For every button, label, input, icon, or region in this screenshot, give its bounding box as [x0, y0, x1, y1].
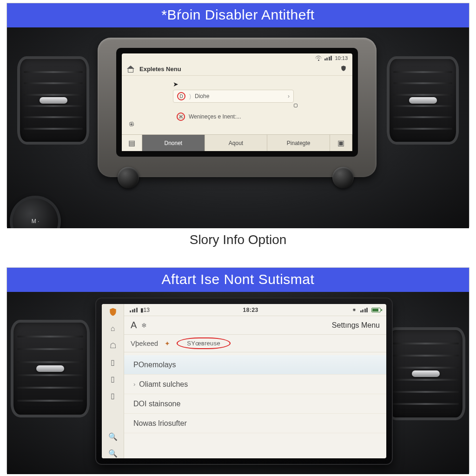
- bottom-dashboard-photo: ⌂ ☖ ▯ ▯ ▯ 🔍 🔍 ▮13 18:23: [7, 292, 469, 474]
- screen-body: ➤ ֎ D ) Diohe › Ж Wenineçes e Inent:...: [122, 76, 352, 134]
- list-item[interactable]: DOI stainsone: [124, 394, 386, 414]
- bar-icon[interactable]: ▯: [108, 357, 118, 367]
- side-glyph-icon: ֎: [128, 120, 135, 128]
- brand-icon: ✦: [165, 340, 170, 347]
- tab-1[interactable]: Dnonet: [142, 135, 205, 151]
- status-clock: 10:13: [335, 55, 348, 61]
- status-left-num: ▮13: [140, 307, 150, 313]
- option-label: Diohe: [195, 93, 209, 99]
- bottom-banner: Aftart Ise Nont Sutismat: [7, 268, 469, 292]
- header-letter: A: [131, 320, 137, 331]
- settings-list: POnemolays › Oliamt sulches DOI stainson…: [124, 352, 386, 458]
- menu-option-2[interactable]: Ж Wenineçes e Inent:...: [173, 110, 303, 123]
- bluetooth-icon: ⁕: [352, 307, 357, 313]
- list-item[interactable]: Nowas lriosufter: [124, 414, 386, 433]
- list-item-label: DOI stainsone: [133, 400, 180, 408]
- shield-icon: [340, 65, 347, 73]
- infotainment-screen-top[interactable]: 10:13 Expletes Nenu ➤ ֎ D: [122, 53, 352, 151]
- screen-header: Expletes Nenu: [122, 63, 352, 76]
- physical-knob-right[interactable]: [332, 167, 354, 188]
- home-icon[interactable]: [127, 66, 135, 73]
- air-vent-left: [17, 56, 89, 145]
- list-item[interactable]: POnemolays: [124, 355, 386, 375]
- list-item-label: POnemolays: [133, 361, 176, 369]
- info-dot-icon: [294, 104, 298, 107]
- air-vent-left: [11, 320, 90, 417]
- status-clock: 18:23: [150, 307, 352, 313]
- sub-header: Vþekeed ✦ SYœвreuse: [124, 335, 386, 352]
- side-icon-bar: ⌂ ☖ ▯ ▯ ▯ 🔍 🔍: [102, 304, 124, 458]
- air-vent-right: [386, 327, 465, 420]
- option-badge-circled: D: [177, 92, 185, 100]
- middle-caption: Slory Info Option: [0, 232, 476, 247]
- subheader-left-label: Vþekeed: [131, 339, 158, 347]
- vent-handle[interactable]: [36, 365, 64, 372]
- signal-icon: [360, 308, 368, 312]
- option-badge-circled: Ж: [177, 112, 185, 121]
- search-icon[interactable]: 🔍: [108, 448, 118, 458]
- infotainment-screen-bottom[interactable]: ⌂ ☖ ▯ ▯ ▯ 🔍 🔍 ▮13 18:23: [102, 304, 386, 458]
- signal-icon: [130, 308, 138, 312]
- chevron-right-icon: ›: [288, 93, 290, 99]
- search-icon[interactable]: 🔍: [108, 431, 118, 442]
- screen-main: ▮13 18:23 ⁕ A ❄ Settıngs Menu: [124, 304, 386, 458]
- screen-frame: 10:13 Expletes Nenu ➤ ֎ D: [116, 48, 358, 157]
- tab-2[interactable]: Aqout: [205, 135, 268, 151]
- wifi-icon: [315, 55, 322, 61]
- user-icon[interactable]: ☖: [108, 340, 118, 350]
- climate-dial[interactable]: M ·: [10, 196, 61, 228]
- circled-highlight: SYœвreuse: [177, 337, 231, 349]
- cursor-icon: ➤: [173, 80, 178, 88]
- status-bar: 10:13: [122, 53, 352, 63]
- air-vent-right: [387, 56, 459, 145]
- physical-knob-left[interactable]: [118, 167, 139, 188]
- top-dashboard-photo: 10:13 Expletes Nenu ➤ ֎ D: [7, 27, 469, 228]
- tab-3[interactable]: Pinategte: [267, 135, 330, 151]
- snowflake-icon: ❄: [141, 322, 147, 329]
- vent-handle[interactable]: [409, 97, 437, 104]
- chevron-right-icon: ›: [133, 381, 135, 388]
- bottom-panel: Aftart Ise Nont Sutismat ⌂ ☖ ▯ ▯: [7, 267, 469, 473]
- bar-icon[interactable]: ▯: [108, 390, 118, 401]
- infotainment-bezel-top: 10:13 Expletes Nenu ➤ ֎ D: [98, 38, 377, 177]
- menu-option-1[interactable]: D ) Diohe ›: [173, 90, 294, 103]
- header-title: Settıngs Menu: [332, 321, 380, 330]
- list-item-label: Oliamt sulches: [139, 380, 188, 389]
- top-banner: *Bŕoin Disabler Antitheft: [7, 3, 469, 27]
- list-item[interactable]: › Oliamt sulches: [124, 375, 386, 394]
- tab-menu-icon[interactable]: ▤: [122, 135, 142, 151]
- vent-handle[interactable]: [412, 370, 440, 377]
- home-icon[interactable]: ⌂: [108, 324, 118, 334]
- bottom-tab-bar: ▤ Dnonet Aqout Pinategte ▣: [122, 134, 352, 151]
- status-bar: ▮13 18:23 ⁕: [124, 304, 386, 316]
- list-item-label: Nowas lriosufter: [133, 419, 187, 428]
- screen-header: A ❄ Settıngs Menu: [124, 316, 386, 335]
- top-panel: *Bŕoin Disabler Antitheft 10:13: [7, 3, 469, 227]
- option-label: Wenineçes e Inent:...: [189, 113, 241, 120]
- shield-icon[interactable]: [108, 307, 118, 317]
- header-title: Expletes Nenu: [139, 66, 181, 73]
- vent-handle[interactable]: [40, 97, 67, 104]
- signal-icon: [324, 56, 332, 60]
- infotainment-bezel-bottom: ⌂ ☖ ▯ ▯ ▯ 🔍 🔍 ▮13 18:23: [95, 298, 393, 465]
- tab-apps-icon[interactable]: ▣: [330, 135, 352, 151]
- battery-icon: [371, 308, 381, 312]
- bar-icon[interactable]: ▯: [108, 374, 118, 384]
